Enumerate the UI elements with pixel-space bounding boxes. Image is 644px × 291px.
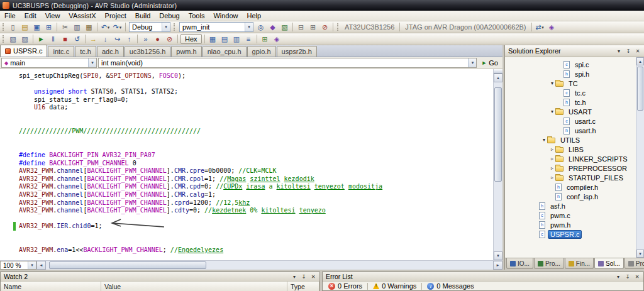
pin-icon[interactable]: ↧	[299, 273, 308, 281]
scroll-up-button[interactable]: ▲	[636, 57, 644, 65]
va-symbol-combo[interactable]: pwm_init▾	[179, 22, 253, 32]
split-handle[interactable]	[494, 69, 502, 74]
device-programming-button[interactable]: ◈	[546, 22, 558, 33]
restart-button[interactable]: ↺	[71, 34, 83, 45]
tab-adc-h[interactable]: adc.h	[97, 46, 124, 57]
scrollbar-thumb[interactable]	[494, 87, 502, 182]
watch-column-value[interactable]: Value	[101, 282, 287, 291]
panel-tab-fin[interactable]: Fin...	[565, 258, 594, 269]
panel-tab-sol[interactable]: Sol...	[594, 258, 624, 269]
close-icon[interactable]: ✕	[309, 273, 318, 281]
code-editor[interactable]: spi_setupChipReg(SPI0, &SPI_OPTIONS, FOS…	[0, 69, 493, 260]
scroll-down-button[interactable]: ▼	[636, 250, 644, 258]
processor-view-button[interactable]: ◈	[271, 34, 283, 45]
cancel-build-button[interactable]: ⊘	[319, 22, 331, 33]
expand-icon[interactable]: ▹	[549, 146, 555, 152]
step-out-button[interactable]: ↑	[123, 34, 135, 45]
window-menu-icon[interactable]: ▾	[614, 273, 623, 281]
tab-tc-h[interactable]: tc.h	[75, 46, 96, 57]
panel-tab-pro[interactable]: Pro...	[534, 258, 564, 269]
tree-scrollbar[interactable]: ▲ ▼	[636, 57, 644, 258]
tab-intc-c[interactable]: intc.c	[48, 46, 74, 57]
close-icon[interactable]: ✕	[633, 273, 641, 281]
collapse-icon[interactable]: ▾	[549, 80, 555, 86]
watch-column-name[interactable]: Name	[1, 282, 101, 291]
messages-filter-button[interactable]: i 0 Messages	[424, 282, 477, 290]
tab-nlao-cpu-h[interactable]: nlao_cpu.h	[203, 46, 247, 57]
io-view-button[interactable]: ⊞	[259, 34, 271, 45]
find-references-button[interactable]: ▧	[279, 22, 291, 33]
scrollbar-track[interactable]	[46, 261, 493, 270]
tree-item-linker-scripts[interactable]: ▹LINKER_SCRIPTS	[505, 154, 636, 163]
tree-item-utils[interactable]: ▾UTILS	[505, 135, 636, 145]
tree-item-startup-files[interactable]: ▹STARTUP_FILES	[505, 173, 636, 182]
warnings-filter-button[interactable]: 0 Warnings	[370, 282, 419, 290]
tree-item-spi-c[interactable]: cspi.c	[505, 60, 636, 69]
tree-item-preprocessor[interactable]: ▹PREPROCESSOR	[505, 163, 636, 173]
go-button[interactable]: ► Go	[478, 58, 501, 68]
window-menu-icon[interactable]: ▾	[290, 273, 299, 281]
step-over-button[interactable]: ↪	[111, 34, 123, 45]
disassembly-window-button[interactable]: ≡	[243, 34, 255, 45]
memory-window-button[interactable]: ▤	[219, 34, 231, 45]
redo-button[interactable]: ↷▾	[111, 22, 123, 33]
show-next-statement-button[interactable]: →	[87, 34, 99, 45]
hex-toggle[interactable]: Hex	[180, 34, 202, 44]
tree-item-pwm-c[interactable]: cpwm.c	[505, 211, 636, 220]
vertical-scrollbar[interactable]: ▲ ▼	[493, 69, 502, 260]
tree-item-tc[interactable]: ▾TC	[505, 79, 636, 88]
menu-view[interactable]: View	[41, 11, 65, 21]
scroll-right-button[interactable]: ►	[493, 261, 502, 270]
break-all-button[interactable]: ‖	[47, 34, 59, 45]
goto-definition-button[interactable]: ◆	[267, 22, 279, 33]
scroll-up-button[interactable]: ▲	[494, 74, 502, 82]
tree-item-pwm-h[interactable]: hpwm.h	[505, 220, 636, 229]
expand-icon[interactable]: ▹	[549, 156, 555, 162]
close-icon[interactable]: ✕	[633, 47, 642, 55]
expand-icon[interactable]: ▹	[549, 175, 555, 180]
scope-combo[interactable]: ◆ main ▾	[1, 58, 97, 68]
tab-gpio-h[interactable]: gpio.h	[247, 46, 276, 57]
collapse-icon[interactable]: ▾	[541, 137, 547, 143]
save-all-button[interactable]: ⊞	[43, 22, 55, 33]
watch-window-button[interactable]: ▦	[207, 34, 219, 45]
find-symbol-button[interactable]: ◎	[255, 22, 267, 33]
tab-uspsr2b-h[interactable]: uspsr2b.h	[277, 46, 317, 57]
menu-tools[interactable]: Tools	[184, 11, 209, 21]
zoom-combo[interactable]: 100 % ▾	[0, 261, 36, 270]
connect-button[interactable]: ⇄▾	[534, 22, 546, 33]
tree-item-libs[interactable]: ▹LIBS	[505, 145, 636, 154]
build-button[interactable]: ⊟	[295, 22, 307, 33]
rebuild-button[interactable]: ⊞	[307, 22, 319, 33]
tree-item-usart[interactable]: ▾USART	[505, 107, 636, 116]
chevron-down-icon[interactable]: ▾	[245, 23, 253, 31]
run-to-cursor-button[interactable]: »	[140, 34, 152, 45]
cut-button[interactable]: ✂	[59, 22, 71, 33]
clear-breakpoints-button[interactable]: ⊘	[164, 34, 175, 45]
panel-tab-pro[interactable]: Pro	[625, 258, 644, 269]
horizontal-scrollbar[interactable]: 100 % ▾ ◄ ►	[0, 260, 502, 270]
menu-project[interactable]: Project	[101, 11, 131, 21]
tree-item-conf-isp-h[interactable]: hconf_isp.h	[505, 192, 636, 201]
tree-item-spi-h[interactable]: hspi.h	[505, 69, 636, 79]
menu-window[interactable]: Window	[209, 11, 242, 21]
panel-tab-io[interactable]: IO...	[506, 258, 533, 269]
new-file-button[interactable]: ▯	[7, 22, 19, 33]
tree-item-tc-h[interactable]: htc.h	[505, 97, 636, 107]
tree-item-usart-c[interactable]: cusart.c	[505, 116, 636, 126]
scrollbar-thumb[interactable]	[49, 261, 206, 269]
bookmark-button[interactable]: ▧	[7, 34, 19, 45]
chevron-down-icon[interactable]: ▾	[162, 23, 170, 31]
scroll-left-button[interactable]: ◄	[36, 261, 46, 270]
member-combo[interactable]: int main(void) ▾	[98, 58, 477, 68]
copy-button[interactable]: ▥	[71, 22, 83, 33]
menu-vassistx[interactable]: VAssistX	[64, 11, 100, 21]
menu-edit[interactable]: Edit	[20, 11, 41, 21]
chevron-down-icon[interactable]: ▾	[28, 261, 36, 269]
expand-icon[interactable]: ▹	[549, 165, 555, 171]
menu-help[interactable]: Help	[243, 11, 266, 21]
chevron-down-icon[interactable]: ▾	[468, 58, 476, 67]
tree-item-usart-h[interactable]: husart.h	[505, 126, 636, 135]
step-into-button[interactable]: ↓	[99, 34, 111, 45]
tab-pwm-h[interactable]: pwm.h	[171, 46, 201, 57]
